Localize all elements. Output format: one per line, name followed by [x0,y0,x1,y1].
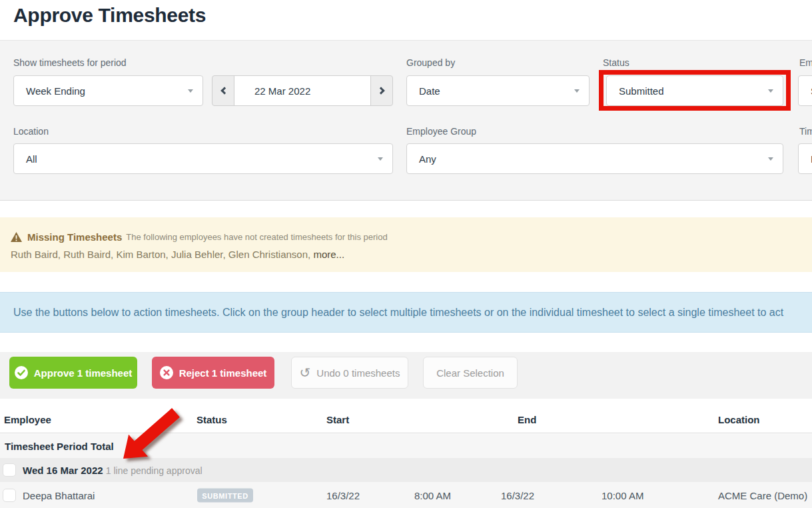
prev-date-button[interactable] [212,76,234,105]
timesheet-row[interactable]: Deepa Bhattarai SUBMITTED 16/3/22 8:00 A… [0,482,812,508]
period-label: Show timesheets for period [13,57,127,68]
employee-group-select[interactable]: Any [406,143,783,174]
end-time-cell: 10:00 AM [602,490,643,501]
warning-icon [11,232,22,242]
table-header: Employee Status Start End Location [0,399,812,433]
next-date-button[interactable] [371,76,392,105]
approve-check-icon [15,366,28,379]
approve-timesheets-page: Approve Timesheets Show timesheets for p… [0,0,812,508]
approve-button[interactable]: Approve 1 timesheet [9,357,137,389]
clear-selection-label: Clear Selection [436,367,504,379]
start-time-cell: 8:00 AM [414,490,451,501]
status-value: Submitted [619,85,664,97]
location-select[interactable]: All [13,143,393,174]
reject-x-icon [160,366,173,379]
timesheet-select-cut[interactable]: H [798,143,812,174]
reject-button-label: Reject 1 timesheet [179,367,267,379]
info-banner: Use the buttons below to action timeshee… [0,292,812,333]
filter-panel: Show timesheets for period Grouped by St… [0,40,812,201]
missing-timesheets-banner: Missing Timesheets The following employe… [0,217,812,272]
reject-button[interactable]: Reject 1 timesheet [152,357,274,389]
employee-group-label: Employee Group [406,126,476,137]
employee-select-cut[interactable]: S [798,75,812,106]
missing-banner-heading: Missing Timesheets The following employe… [11,231,388,243]
group-date-text: Wed 16 Mar 2022 [23,465,103,476]
col-employee: Employee [4,414,51,425]
end-date-cell: 16/3/22 [501,490,534,501]
col-end: End [518,414,536,425]
missing-employee-names: Ruth Baird, Ruth Baird, Kim Barton, Juli… [11,249,344,260]
employee-label-cut: Em [799,57,812,68]
status-badge: SUBMITTED [197,489,253,503]
action-bar: Approve 1 timesheet Reject 1 timesheet ↺… [0,352,812,399]
chevron-down-icon [378,157,383,161]
page-title: Approve Timesheets [13,4,206,27]
date-navigator: 22 Mar 2022 [212,75,393,106]
period-total-label: Timesheet Period Total [5,441,114,452]
status-label: Status [603,57,629,68]
location-cell: ACME Care (Demo) [718,490,807,501]
missing-names-text: Ruth Baird, Ruth Baird, Kim Barton, Juli… [11,249,310,260]
group-pending-note: 1 line pending approval [106,465,203,476]
start-date-cell: 16/3/22 [326,490,360,501]
clear-selection-button[interactable]: Clear Selection [423,357,518,389]
group-header-row[interactable]: Wed 16 Mar 2022 1 line pending approval [0,458,812,482]
period-select-value: Week Ending [26,85,85,97]
grouped-by-value: Date [419,85,440,97]
timesheet-label-cut: Tim [799,126,812,137]
date-field[interactable]: 22 Mar 2022 [234,76,371,105]
undo-icon: ↺ [300,366,311,379]
missing-banner-title: Missing Timesheets [27,231,122,243]
more-link[interactable]: more... [313,249,344,260]
chevron-down-icon [574,89,580,93]
grouped-by-select[interactable]: Date [406,75,590,106]
employee-group-value: Any [419,153,436,165]
missing-banner-subtitle: The following employees have not created… [126,232,387,242]
col-start: Start [326,414,349,425]
col-status: Status [197,414,227,425]
info-banner-text: Use the buttons below to action timeshee… [0,307,783,319]
status-select[interactable]: Submitted [606,75,783,106]
chevron-right-icon [377,87,384,94]
date-value: 22 Mar 2022 [254,85,310,97]
chevron-down-icon [768,157,773,161]
undo-button-label: Undo 0 timesheets [316,367,400,379]
grouped-by-label: Grouped by [406,57,455,68]
employee-name: Deepa Bhattarai [23,490,95,501]
col-location: Location [718,414,760,425]
location-label: Location [13,126,49,137]
chevron-left-icon [220,87,228,94]
location-value: All [26,153,37,165]
chevron-down-icon [768,89,773,93]
period-select[interactable]: Week Ending [13,75,203,106]
chevron-down-icon [188,89,193,93]
group-date: Wed 16 Mar 2022 1 line pending approval [23,465,203,476]
period-total-row: Timesheet Period Total [0,434,812,458]
group-checkbox[interactable] [3,463,16,477]
approve-button-label: Approve 1 timesheet [34,367,133,379]
row-checkbox[interactable] [3,489,16,502]
undo-button[interactable]: ↺ Undo 0 timesheets [291,357,408,389]
